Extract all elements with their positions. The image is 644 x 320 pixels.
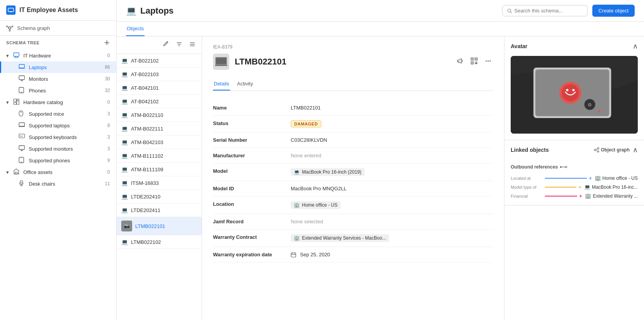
sidebar-item-laptops[interactable]: Laptops 86	[0, 61, 116, 73]
svg-line-88	[596, 149, 597, 150]
list-item[interactable]: 💻 LTDE202411	[117, 203, 202, 217]
arrow-right-icon	[588, 177, 592, 180]
list-item[interactable]: 💻 AT-B042101	[117, 81, 202, 95]
list-item[interactable]: 💻 ATM-B111109	[117, 163, 202, 176]
schema-tree-expand-icon[interactable]	[104, 40, 110, 46]
sidebar-item-hardware-catalog[interactable]: ▾ Hardware catalog 0	[0, 96, 116, 108]
phone-icon	[19, 157, 26, 164]
sidebar: IT Employee Assets Schema graph SCHEMA T…	[0, 0, 117, 320]
link-target[interactable]: 🏢 Extended Warranty ...	[585, 193, 638, 199]
sidebar-item-supported-mice[interactable]: Supported mice 3	[0, 108, 116, 120]
sidebar-item-phones[interactable]: Phones 32	[0, 85, 116, 96]
filter-tool-button[interactable]	[175, 40, 184, 50]
object-graph-button[interactable]: Object graph	[594, 147, 630, 153]
sidebar-item-label: Office assets	[23, 169, 106, 175]
object-list-items: 💻 AT-B022102 💻 AT-B022103 💻 AT-B042101 💻…	[117, 54, 202, 320]
qr-code-icon	[471, 57, 478, 64]
link-target[interactable]: 💻 MacBook Pro 16-inc...	[584, 184, 638, 190]
location-icon: 🏢	[294, 202, 300, 208]
field-warranty-expiration: Warranty expiration date Sep 25, 2020	[213, 247, 493, 263]
svg-rect-24	[17, 99, 19, 100]
svg-point-90	[560, 166, 562, 168]
sidebar-item-supported-phones[interactable]: Supported phones 9	[0, 155, 116, 166]
svg-line-47	[167, 42, 168, 42]
svg-point-5	[12, 26, 13, 27]
sidebar-item-supported-laptops[interactable]: Supported laptops 8	[0, 120, 116, 131]
sidebar-item-count: 30	[105, 76, 110, 82]
sidebar-item-it-hardware[interactable]: ▾ IT Hardware 0	[0, 50, 116, 61]
main-content: 💻 Laptops Create object Objects	[117, 0, 644, 320]
warranty-tag[interactable]: 🏢 Extended Warranty Services - MacBoo...	[291, 234, 389, 242]
linked-objects-section: Linked objects Object graph ∧ Outbound r…	[504, 140, 644, 205]
svg-rect-60	[476, 59, 476, 59]
search-box[interactable]	[502, 5, 588, 16]
svg-rect-70	[291, 253, 296, 257]
list-item[interactable]: 💻 ATM-B022111	[117, 122, 202, 136]
avatar-section-header[interactable]: Avatar ∧	[504, 37, 644, 56]
more-dots-icon	[485, 57, 492, 64]
schema-graph-link[interactable]: Schema graph	[0, 21, 116, 36]
sidebar-item-monitors[interactable]: Monitors 30	[0, 73, 116, 85]
svg-rect-36	[19, 146, 24, 150]
svg-point-87	[597, 151, 599, 152]
svg-rect-66	[476, 63, 477, 64]
announce-button[interactable]	[455, 56, 465, 68]
avatar-collapse-button[interactable]: ∧	[633, 42, 638, 50]
svg-point-85	[594, 149, 596, 151]
more-options-button[interactable]	[483, 56, 493, 68]
location-tag[interactable]: 🏢 Home office - US	[291, 201, 340, 209]
link-target[interactable]: 🏢 Home office - US	[595, 175, 638, 181]
qr-code-button[interactable]	[469, 56, 479, 68]
svg-point-22	[21, 92, 22, 92]
edit-tool-button[interactable]	[161, 40, 171, 50]
list-item-selected[interactable]: 📷 LTMB022101	[117, 217, 202, 235]
laptop-icon: 💻	[121, 139, 128, 145]
detail-tab-details[interactable]: Details	[213, 78, 230, 90]
sidebar-item-supported-monitors[interactable]: Supported monitors 3	[0, 143, 116, 155]
sidebar-item-label: Monitors	[29, 76, 103, 82]
field-model: Model 💻 MacBook Pro 16-inch (2019)	[213, 163, 493, 181]
phone-icon	[19, 87, 26, 94]
sidebar-item-label: Supported keyboards	[29, 134, 106, 140]
svg-rect-64	[476, 62, 477, 63]
linked-objects-header[interactable]: Linked objects Object graph ∧	[504, 140, 644, 160]
link-relation: Model type of	[511, 185, 542, 190]
sidebar-item-count: 86	[105, 64, 110, 70]
link-line-yellow	[545, 187, 576, 188]
object-actions	[455, 56, 493, 68]
list-item[interactable]: 💻 ATM-B022110	[117, 108, 202, 122]
detail-tab-activity[interactable]: Activity	[236, 78, 254, 90]
sidebar-item-desk-chairs[interactable]: Desk chairs 11	[0, 178, 116, 190]
list-item[interactable]: 💻 ATM-B111102	[117, 149, 202, 163]
field-manufacturer: Manufacturer None entered	[213, 148, 493, 163]
list-item[interactable]: 💻 AT-B022102	[117, 54, 202, 68]
field-label: Warranty expiration date	[213, 252, 291, 257]
list-item[interactable]: 💻 ITSM-16833	[117, 176, 202, 190]
list-item[interactable]: 💻 AT-B042102	[117, 95, 202, 108]
svg-point-3	[9, 27, 11, 29]
list-item[interactable]: 💻 ATM-B042103	[117, 136, 202, 149]
page-title-area: 💻 Laptops	[126, 6, 174, 16]
search-input[interactable]	[514, 8, 582, 14]
schema-tree-header: SCHEMA TREE	[0, 36, 116, 50]
list-item[interactable]: 💻 AT-B022103	[117, 68, 202, 81]
list-item[interactable]: 💻 LTDE202410	[117, 190, 202, 203]
outbound-ref-icon	[560, 165, 567, 169]
chevron-down-icon: ▾	[6, 53, 12, 58]
layout-tool-button[interactable]	[188, 40, 197, 50]
fields-container: Name LTMB022101 Status DAMAGED Serial Nu…	[213, 100, 493, 263]
sidebar-item-supported-keyboards[interactable]: Supported keyboards 3	[0, 131, 116, 143]
tab-objects[interactable]: Objects	[126, 22, 145, 36]
model-tag[interactable]: 💻 MacBook Pro 16-inch (2019)	[291, 168, 365, 176]
svg-rect-12	[14, 53, 19, 56]
field-warranty-contract: Warranty Contract 🏢 Extended Warranty Se…	[213, 230, 493, 247]
sidebar-item-label: Supported phones	[29, 158, 106, 163]
create-object-button[interactable]: Create object	[592, 5, 635, 17]
content-area: 💻 AT-B022102 💻 AT-B022103 💻 AT-B042101 💻…	[117, 37, 644, 320]
field-label: Manufacturer	[213, 153, 291, 158]
sidebar-item-office-assets[interactable]: ▾ Office assets 0	[0, 166, 116, 178]
linked-collapse-button[interactable]: ∧	[633, 146, 638, 154]
page-header: 💻 Laptops Create object	[117, 0, 644, 22]
sidebar-item-label: Supported mice	[29, 111, 106, 117]
list-item[interactable]: 💻 LTMB022102	[117, 235, 202, 249]
